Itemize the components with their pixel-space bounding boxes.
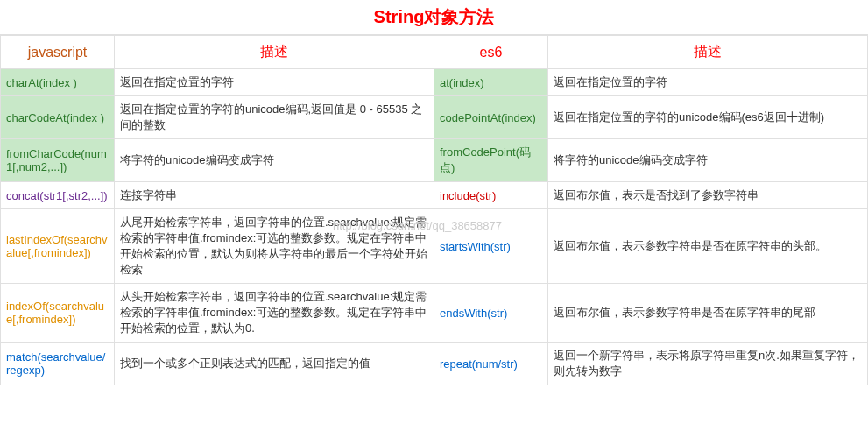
js-method-cell: charAt(index ) (1, 69, 115, 96)
js-method-cell: concat(str1[,str2,...]) (1, 182, 115, 209)
js-method-cell: lastIndexOf(searchvalue[,fromindex]) (1, 209, 115, 284)
table-row: concat(str1[,str2,...])连接字符串include(str)… (1, 182, 868, 209)
es6-method-cell: fromCodePoint(码点) (434, 139, 548, 182)
js-desc-cell: 连接字符串 (115, 182, 434, 209)
js-method-cell: fromCharCode(num1[,num2,...]) (1, 139, 115, 182)
table-row: charCodeAt(index )返回在指定位置的字符的unicode编码,返… (1, 96, 868, 139)
js-method-cell: indexOf(searchvalue[,fromindex]) (1, 284, 115, 343)
es6-method-cell: include(str) (434, 182, 548, 209)
col-header-desc2: 描述 (548, 36, 868, 69)
js-method-cell: charCodeAt(index ) (1, 96, 115, 139)
table-header-row: javascript 描述 es6 描述 (1, 36, 868, 69)
es6-desc-cell: 返回在指定位置的字符的unicode编码(es6返回十进制) (548, 96, 868, 139)
js-desc-cell: 返回在指定位置的字符的unicode编码,返回值是 0 - 65535 之间的整… (115, 96, 434, 139)
es6-desc-cell: 返回一个新字符串，表示将原字符串重复n次.如果重复字符，则先转为数字 (548, 343, 868, 385)
js-desc-cell: 将字符的unicode编码变成字符 (115, 139, 434, 182)
js-desc-cell: 从头开始检索字符串，返回字符串的位置.searchvalue:规定需检索的字符串… (115, 284, 434, 343)
table-body: charAt(index )返回在指定位置的字符at(index)返回在指定位置… (1, 69, 868, 385)
js-desc-cell: 找到一个或多个正则表达式的匹配，返回指定的值 (115, 343, 434, 385)
es6-desc-cell: 返回布尔值，表示参数字符串是否在原字符串的头部。 (548, 209, 868, 284)
js-method-cell: match(searchvalue/regexp) (1, 343, 115, 385)
js-desc-cell: 返回在指定位置的字符 (115, 69, 434, 96)
table-row: indexOf(searchvalue[,fromindex])从头开始检索字符… (1, 284, 868, 343)
es6-method-cell: at(index) (434, 69, 548, 96)
es6-desc-cell: 将字符的unicode编码变成字符 (548, 139, 868, 182)
document-root: String对象方法 http://blog.csdn.net/qq_38658… (0, 0, 868, 385)
js-desc-cell: 从尾开始检索字符串，返回字符串的位置.searchvalue:规定需检索的字符串… (115, 209, 434, 284)
es6-desc-cell: 返回布尔值，表示参数字符串是否在原字符串的尾部 (548, 284, 868, 343)
es6-desc-cell: 返回在指定位置的字符 (548, 69, 868, 96)
methods-table: javascript 描述 es6 描述 charAt(index )返回在指定… (0, 35, 868, 385)
es6-method-cell: repeat(num/str) (434, 343, 548, 385)
col-header-desc1: 描述 (115, 36, 434, 69)
page-title: String对象方法 (0, 0, 868, 35)
col-header-js: javascript (1, 36, 115, 69)
table-row: fromCharCode(num1[,num2,...])将字符的unicode… (1, 139, 868, 182)
es6-method-cell: codePointAt(index) (434, 96, 548, 139)
es6-method-cell: endsWith(str) (434, 284, 548, 343)
table-row: lastIndexOf(searchvalue[,fromindex])从尾开始… (1, 209, 868, 284)
table-row: match(searchvalue/regexp)找到一个或多个正则表达式的匹配… (1, 343, 868, 385)
table-row: charAt(index )返回在指定位置的字符at(index)返回在指定位置… (1, 69, 868, 96)
col-header-es6: es6 (434, 36, 548, 69)
es6-method-cell: startsWith(str) (434, 209, 548, 284)
es6-desc-cell: 返回布尔值，表示是否找到了参数字符串 (548, 182, 868, 209)
